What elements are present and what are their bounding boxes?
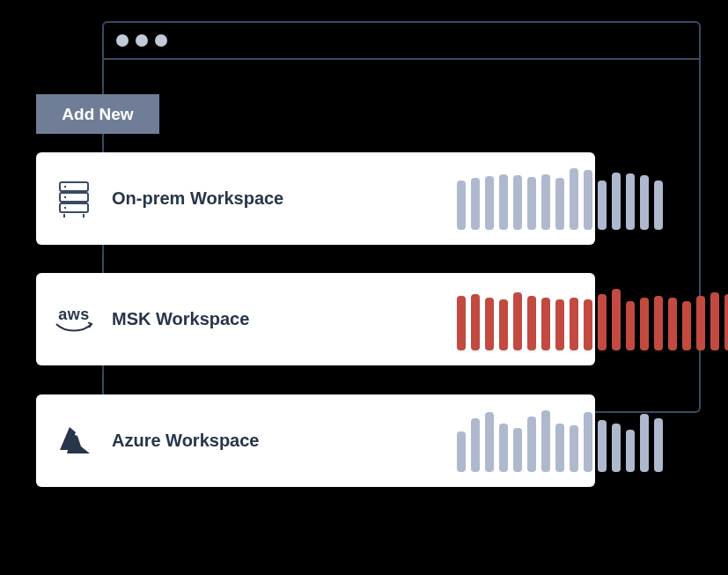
sparkline-bar xyxy=(513,175,522,230)
workspace-label: On-prem Workspace xyxy=(112,188,283,209)
sparkline-bar xyxy=(668,298,677,350)
sparkline-bar xyxy=(626,301,635,350)
sparkline-bar xyxy=(570,168,578,230)
sparkline-bar xyxy=(527,417,536,472)
sparkline-bar xyxy=(710,292,719,350)
window-dot-minimize[interactable] xyxy=(136,34,148,47)
sparkline-bar xyxy=(626,430,635,472)
sparkline-bar xyxy=(457,296,466,350)
window-titlebar xyxy=(104,23,699,60)
sparkline-bar xyxy=(612,289,621,350)
sparkline-bar xyxy=(640,175,649,230)
sparkline-bar xyxy=(513,428,522,472)
sparkline-bar xyxy=(654,296,663,350)
server-rack-icon xyxy=(52,181,96,217)
window-dot-close[interactable] xyxy=(116,34,129,47)
sparkline-bar xyxy=(626,173,635,230)
sparkline-bar xyxy=(541,410,550,472)
svg-rect-0 xyxy=(60,182,88,191)
sparkline-bar xyxy=(682,301,691,350)
sparkline-bar xyxy=(555,299,564,350)
sparkline-bar xyxy=(598,294,607,350)
sparkline-bar xyxy=(570,298,578,350)
sparkline-bar xyxy=(485,176,494,230)
svg-rect-2 xyxy=(60,203,88,212)
sparkline-bar xyxy=(584,299,592,350)
add-new-label: Add New xyxy=(62,105,133,124)
workspace-sparkline-msk xyxy=(457,289,728,350)
sparkline-bar xyxy=(513,292,522,350)
aws-wordmark: aws xyxy=(58,306,90,324)
sparkline-bar xyxy=(485,412,494,472)
sparkline-bar xyxy=(612,424,621,472)
sparkline-bar xyxy=(584,170,592,230)
workspace-label: Azure Workspace xyxy=(112,431,259,451)
sparkline-bar xyxy=(541,298,550,350)
sparkline-bar xyxy=(654,181,663,230)
sparkline-bar xyxy=(654,418,663,472)
sparkline-bar xyxy=(570,425,578,472)
svg-rect-1 xyxy=(60,193,88,202)
add-new-button[interactable]: Add New xyxy=(36,94,159,134)
sparkline-bar xyxy=(696,296,705,350)
sparkline-bar xyxy=(471,178,480,230)
sparkline-bar xyxy=(555,424,564,472)
sparkline-bar xyxy=(457,431,466,472)
workspace-card-azure[interactable]: Azure Workspace xyxy=(36,394,595,487)
sparkline-bar xyxy=(612,173,621,230)
workspace-sparkline-onprem xyxy=(457,168,663,230)
sparkline-bar xyxy=(555,178,564,230)
sparkline-bar xyxy=(541,174,550,230)
sparkline-bar xyxy=(584,412,592,472)
sparkline-bar xyxy=(457,181,466,230)
sparkline-bar xyxy=(499,174,508,230)
sparkline-bar xyxy=(527,177,536,230)
workspace-sparkline-azure xyxy=(457,410,663,472)
azure-icon xyxy=(52,425,96,457)
sparkline-bar xyxy=(640,298,649,350)
aws-icon: aws xyxy=(52,306,96,333)
sparkline-bar xyxy=(499,299,508,350)
workspace-label: MSK Workspace xyxy=(112,309,249,329)
sparkline-bar xyxy=(598,181,607,230)
workspace-card-msk[interactable]: aws MSK Workspace xyxy=(36,273,595,365)
sparkline-bar xyxy=(640,414,649,472)
sparkline-bar xyxy=(527,296,536,350)
sparkline-bar xyxy=(471,294,480,350)
sparkline-bar xyxy=(471,418,480,472)
window-dot-maximize[interactable] xyxy=(155,34,167,47)
sparkline-bar xyxy=(485,298,494,350)
sparkline-bar xyxy=(499,424,508,472)
workspace-card-onprem[interactable]: On-prem Workspace xyxy=(36,152,595,245)
sparkline-bar xyxy=(598,420,607,472)
sparkline-bar xyxy=(724,294,728,350)
